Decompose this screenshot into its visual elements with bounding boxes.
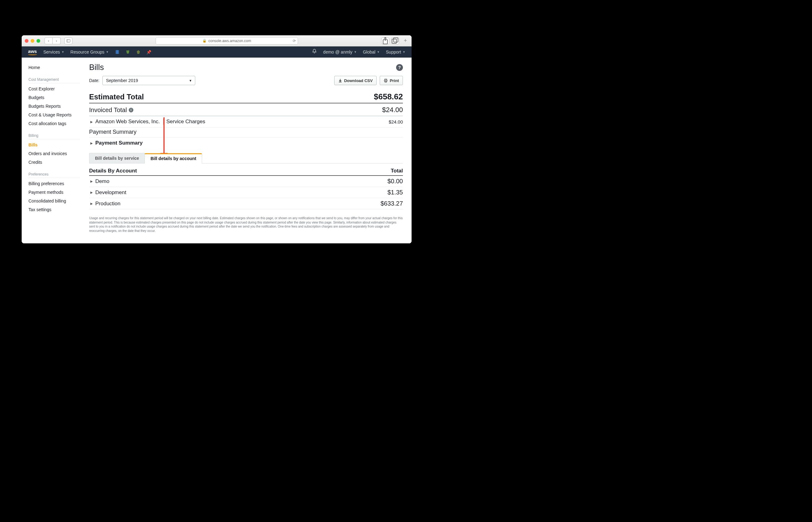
share-icon xyxy=(381,37,389,45)
download-csv-label: Download CSV xyxy=(344,78,373,83)
payment-summary-label: Payment Summary xyxy=(95,140,143,146)
caret-down-icon: ▼ xyxy=(189,79,192,82)
invoiced-total-value: $24.00 xyxy=(382,106,403,114)
sidebar-item-payment-methods[interactable]: Payment methods xyxy=(28,188,80,197)
nav-resource-groups-label: Resource Groups xyxy=(70,49,105,55)
nav-region-menu[interactable]: Global ▼ xyxy=(363,49,380,55)
tabs: Bill details by service Bill details by … xyxy=(89,153,403,163)
tabs-button[interactable] xyxy=(391,38,399,44)
print-icon xyxy=(384,79,388,83)
svg-rect-0 xyxy=(67,39,70,42)
payment-summary-header: Payment Summary xyxy=(89,127,403,138)
caret-down-icon: ▼ xyxy=(354,51,357,54)
nav-resource-groups[interactable]: Resource Groups ▼ xyxy=(70,49,109,55)
caret-right-icon: ▶ xyxy=(90,120,93,123)
svg-point-7 xyxy=(116,52,119,53)
account-row[interactable]: ▶ Demo $0.00 xyxy=(89,176,403,187)
sidebar-item-tax-settings[interactable]: Tax settings xyxy=(28,205,80,214)
nav-services-label: Services xyxy=(43,49,60,55)
new-tab-button[interactable]: + xyxy=(402,35,409,46)
download-csv-button[interactable]: Download CSV xyxy=(334,76,377,85)
window-close-icon[interactable] xyxy=(25,39,28,43)
url-bar[interactable]: 🔒 console.aws.amazon.com ⟳ xyxy=(155,37,298,45)
window-zoom-icon[interactable] xyxy=(37,39,40,43)
sidebar-item-orders-invoices[interactable]: Orders and invoices xyxy=(28,149,80,158)
date-label: Date: xyxy=(89,78,99,83)
svg-rect-4 xyxy=(392,39,396,43)
help-icon[interactable]: ? xyxy=(396,64,403,71)
payment-summary-row[interactable]: ▶ Payment Summary xyxy=(89,138,403,148)
aws-logo[interactable]: aws xyxy=(28,49,37,55)
invoiced-total-label: Invoiced Total i xyxy=(89,106,133,114)
page-title: Bills xyxy=(89,63,104,72)
estimated-total-value: $658.62 xyxy=(374,92,403,102)
sidebar-toggle-button[interactable] xyxy=(64,38,72,44)
sidebar-item-budgets[interactable]: Budgets xyxy=(28,93,80,102)
vendor-name: Amazon Web Services, Inc. xyxy=(95,119,160,125)
caret-right-icon: ▶ xyxy=(90,180,93,183)
page-header: Bills ? xyxy=(89,63,403,72)
date-select[interactable]: September 2019 ▼ xyxy=(102,76,195,85)
toolbar: Date: September 2019 ▼ Download CSV Prin… xyxy=(89,76,403,85)
notifications-icon[interactable] xyxy=(312,49,317,55)
account-name: Production xyxy=(95,201,120,207)
vendor-row[interactable]: ▶ Amazon Web Services, Inc. Service Char… xyxy=(89,116,403,127)
divider xyxy=(163,119,163,125)
shortcut-icon-1[interactable] xyxy=(115,49,120,55)
caret-down-icon: ▼ xyxy=(62,51,64,54)
sidebar-item-bills[interactable]: Bills xyxy=(28,141,80,149)
estimated-total-label: Estimated Total xyxy=(89,93,144,101)
browser-right-controls: + xyxy=(381,35,409,46)
print-label: Print xyxy=(390,78,399,83)
details-header-label: Details By Account xyxy=(89,168,137,174)
nav-back-button[interactable]: ‹ xyxy=(45,38,53,44)
account-amount: $633.27 xyxy=(381,200,403,207)
reload-icon[interactable]: ⟳ xyxy=(293,39,296,43)
sidebar: Home Cost Management Cost Explorer Budge… xyxy=(22,58,84,243)
download-icon xyxy=(338,79,342,83)
sidebar-header-billing: Billing xyxy=(28,130,80,139)
invoiced-total-row: Invoiced Total i $24.00 xyxy=(89,106,403,116)
tabs-icon xyxy=(392,37,399,45)
shortcut-icon-2[interactable] xyxy=(125,49,130,55)
nav-user-menu[interactable]: demo @ anmly ▼ xyxy=(323,49,356,55)
sidebar-item-home[interactable]: Home xyxy=(28,63,80,72)
caret-down-icon: ▼ xyxy=(377,51,380,54)
nav-region-label: Global xyxy=(363,49,375,55)
account-name: Demo xyxy=(95,178,109,184)
sidebar-header-preferences: Preferences xyxy=(28,168,80,178)
account-amount: $1.35 xyxy=(388,189,403,196)
pin-icon[interactable]: 📌 xyxy=(146,50,151,55)
caret-right-icon: ▶ xyxy=(90,191,93,194)
svg-point-6 xyxy=(116,50,119,52)
sidebar-item-credits[interactable]: Credits xyxy=(28,158,80,166)
traffic-lights xyxy=(25,39,40,43)
sidebar-item-cost-allocation-tags[interactable]: Cost allocation tags xyxy=(28,119,80,128)
sidebar-item-cost-usage-reports[interactable]: Cost & Usage Reports xyxy=(28,111,80,119)
nav-services[interactable]: Services ▼ xyxy=(43,49,64,55)
tab-bill-by-account[interactable]: Bill details by account xyxy=(145,153,202,163)
nav-support-menu[interactable]: Support ▼ xyxy=(386,49,405,55)
account-row[interactable]: ▶ Production $633.27 xyxy=(89,198,403,209)
sidebar-item-billing-preferences[interactable]: Billing preferences xyxy=(28,179,80,188)
sidebar-item-consolidated-billing[interactable]: Consolidated billing xyxy=(28,197,80,205)
vendor-desc: Service Charges xyxy=(166,119,206,125)
sidebar-item-budgets-reports[interactable]: Budgets Reports xyxy=(28,102,80,111)
nav-forward-button[interactable]: › xyxy=(53,38,61,44)
info-icon[interactable]: i xyxy=(129,108,133,113)
sidebar-item-cost-explorer[interactable]: Cost Explorer xyxy=(28,84,80,93)
share-button[interactable] xyxy=(381,38,389,44)
sidebar-header-cost-management: Cost Management xyxy=(28,74,80,83)
window-minimize-icon[interactable] xyxy=(30,39,34,43)
fine-print: Usage and recurring charges for this sta… xyxy=(89,216,403,233)
estimated-total-row: Estimated Total $658.62 xyxy=(89,92,403,103)
tab-bill-by-service[interactable]: Bill details by service xyxy=(89,153,145,163)
caret-right-icon: ▶ xyxy=(90,141,93,145)
vendor-amount: $24.00 xyxy=(389,119,403,124)
browser-chrome: ‹ › 🔒 console.aws.amazon.com ⟳ + xyxy=(22,35,412,46)
aws-navbar: aws Services ▼ Resource Groups ▼ 📌 demo … xyxy=(22,46,412,58)
caret-down-icon: ▼ xyxy=(106,51,109,54)
shortcut-icon-3[interactable] xyxy=(136,49,141,55)
print-button[interactable]: Print xyxy=(380,76,403,85)
account-row[interactable]: ▶ Development $1.35 xyxy=(89,187,403,198)
